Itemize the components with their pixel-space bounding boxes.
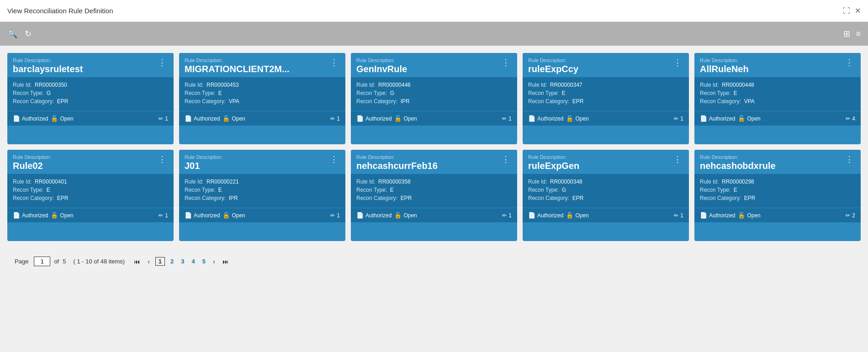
edit-icon: ✏ — [330, 116, 335, 122]
rule-card-7[interactable]: Rule Description: nehcashcurrFeb16 ⋮ Rul… — [351, 150, 517, 241]
card-menu-button[interactable]: ⋮ — [328, 154, 340, 164]
rule-card-9[interactable]: Rule Description: nehcashobdxrule ⋮ Rule… — [694, 150, 861, 241]
rule-id-field: Rule Id: RR00000448 — [700, 82, 855, 88]
rule-desc-label: Rule Description: — [13, 58, 83, 63]
auth-label: Authorized — [709, 212, 735, 219]
auth-label: Authorized — [365, 116, 392, 122]
doc-icon: 📄 — [528, 115, 535, 122]
card-footer: 📄 Authorized 🔓 Open ✏ 1 — [7, 111, 174, 126]
first-page-button[interactable]: ⏮ — [132, 257, 142, 266]
main-content: Rule Description: barclaysruletest ⋮ Rul… — [0, 46, 868, 278]
open-badge: 🔓 Open — [222, 115, 245, 122]
card-title: AllRuleNeh — [700, 64, 749, 74]
edit-badge: ✏ 1 — [502, 212, 512, 219]
auth-badge: 📄 Authorized — [13, 115, 48, 122]
rule-desc-label: Rule Description: — [356, 58, 407, 63]
page-2-button[interactable]: 2 — [169, 257, 175, 266]
card-footer: 📄 Authorized 🔓 Open ✏ 1 — [523, 208, 689, 222]
card-body: Rule Id: RR00000221 Recon Type: E Recon … — [179, 174, 345, 208]
recon-type-field: Recon Type: E — [700, 187, 855, 193]
card-menu-button[interactable]: ⋮ — [328, 58, 340, 68]
card-menu-button[interactable]: ⋮ — [156, 154, 168, 164]
card-title: ruleExpGen — [528, 161, 579, 171]
card-body: Rule Id: RR00000401 Recon Type: E Recon … — [7, 174, 174, 208]
open-badge: 🔓 Open — [738, 115, 760, 122]
open-badge: 🔓 Open — [394, 115, 417, 122]
card-body: Rule Id: RR00000453 Recon Type: E Recon … — [179, 77, 345, 111]
rule-card-0[interactable]: Rule Description: barclaysruletest ⋮ Rul… — [7, 53, 174, 144]
recon-type-field: Recon Type: E — [356, 187, 512, 193]
open-badge: 🔓 Open — [51, 115, 73, 122]
refresh-button[interactable]: ↻ — [25, 29, 32, 39]
open-label: Open — [60, 116, 73, 122]
edit-count: 1 — [165, 116, 168, 122]
minimize-button[interactable]: ⛶ — [843, 6, 850, 15]
edit-icon: ✏ — [846, 116, 850, 122]
page-3-button[interactable]: 3 — [179, 257, 186, 266]
card-menu-button[interactable]: ⋮ — [500, 154, 512, 164]
rule-card-1[interactable]: Rule Description: MIGRATIONCLIENT2M... ⋮… — [179, 53, 345, 144]
recon-type-field: Recon Type: E — [528, 90, 683, 96]
doc-icon: 📄 — [185, 115, 192, 122]
lock-icon: 🔓 — [394, 115, 402, 122]
open-badge: 🔓 Open — [566, 212, 588, 219]
prev-page-button[interactable]: ‹ — [146, 257, 152, 266]
rule-card-6[interactable]: Rule Description: J01 ⋮ Rule Id: RR00000… — [179, 150, 345, 241]
doc-icon: 📄 — [13, 115, 20, 122]
title-bar: View Reconciliation Rule Definition ⛶ ✕ — [0, 0, 868, 22]
edit-count: 1 — [337, 116, 340, 122]
open-label: Open — [575, 212, 588, 219]
card-menu-button[interactable]: ⋮ — [843, 58, 855, 68]
recon-cat-field: Recon Category: IPR — [356, 98, 512, 105]
card-menu-button[interactable]: ⋮ — [672, 154, 683, 164]
card-menu-button[interactable]: ⋮ — [500, 58, 512, 68]
card-body: Rule Id: RR00000448 Recon Type: E Recon … — [694, 77, 861, 111]
card-header: Rule Description: nehcashobdxrule ⋮ — [694, 150, 861, 174]
lock-icon: 🔓 — [51, 212, 58, 219]
card-title: nehcashobdxrule — [700, 161, 776, 171]
card-footer: 📄 Authorized 🔓 Open ✏ 1 — [7, 208, 174, 222]
window-title: View Reconciliation Rule Definition — [7, 7, 113, 15]
card-header: Rule Description: ruleExpGen ⋮ — [523, 150, 689, 174]
auth-label: Authorized — [194, 116, 220, 122]
auth-badge: 📄 Authorized — [700, 115, 735, 122]
rule-desc-label: Rule Description: — [700, 154, 776, 160]
close-button[interactable]: ✕ — [855, 6, 861, 15]
card-footer: 📄 Authorized 🔓 Open ✏ 4 — [694, 111, 861, 126]
grid-view-button[interactable]: ⊞ — [843, 29, 850, 39]
page-5-button[interactable]: 5 — [201, 257, 207, 266]
recon-cat-field: Recon Category: EPR — [356, 195, 512, 201]
rule-desc-label: Rule Description: — [356, 154, 438, 160]
card-menu-button[interactable]: ⋮ — [672, 58, 683, 68]
edit-badge: ✏ 1 — [674, 212, 683, 219]
rule-card-5[interactable]: Rule Description: Rule02 ⋮ Rule Id: RR00… — [7, 150, 174, 241]
card-menu-button[interactable]: ⋮ — [843, 154, 855, 164]
open-badge: 🔓 Open — [51, 212, 73, 219]
card-footer: 📄 Authorized 🔓 Open ✏ 1 — [179, 111, 345, 126]
card-body: Rule Id: RR00000348 Recon Type: G Recon … — [523, 174, 689, 208]
recon-type-field: Recon Type: E — [13, 187, 168, 193]
menu-button[interactable]: ≡ — [856, 29, 861, 39]
last-page-button[interactable]: ⏭ — [221, 257, 231, 266]
open-label: Open — [747, 212, 760, 219]
doc-icon: 📄 — [356, 115, 364, 122]
page-4-button[interactable]: 4 — [190, 257, 197, 266]
rule-card-3[interactable]: Rule Description: ruleExpCcy ⋮ Rule Id: … — [523, 53, 689, 144]
search-button[interactable]: 🔍 — [7, 29, 17, 39]
next-page-button[interactable]: › — [211, 257, 217, 266]
page-input[interactable] — [34, 257, 50, 266]
rule-card-4[interactable]: Rule Description: AllRuleNeh ⋮ Rule Id: … — [694, 53, 861, 144]
rule-card-8[interactable]: Rule Description: ruleExpGen ⋮ Rule Id: … — [523, 150, 689, 241]
edit-icon: ✏ — [674, 212, 678, 219]
edit-icon: ✏ — [502, 116, 507, 122]
lock-icon: 🔓 — [394, 212, 402, 219]
lock-icon: 🔓 — [566, 212, 573, 219]
card-body: Rule Id: RR00000347 Recon Type: E Recon … — [523, 77, 689, 111]
edit-count: 4 — [852, 116, 855, 122]
rule-id-field: Rule Id: RR00000347 — [528, 82, 683, 88]
card-menu-button[interactable]: ⋮ — [156, 58, 168, 68]
open-badge: 🔓 Open — [222, 212, 245, 219]
edit-count: 1 — [680, 116, 683, 122]
rule-card-2[interactable]: Rule Description: GenInvRule ⋮ Rule Id: … — [351, 53, 517, 144]
page-1-button[interactable]: 1 — [155, 257, 165, 266]
